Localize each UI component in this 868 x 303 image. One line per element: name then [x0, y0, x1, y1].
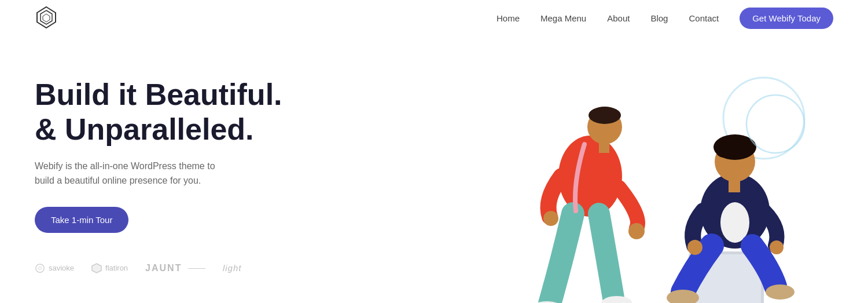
flatiron-label: flatiron [105, 264, 128, 272]
svg-point-21 [740, 144, 753, 156]
nav-cta-button[interactable]: Get Webify Today [740, 8, 833, 29]
svg-point-20 [716, 146, 730, 158]
svg-point-11 [543, 211, 558, 226]
svg-marker-2 [43, 14, 50, 22]
logo[interactable] [35, 6, 58, 31]
nav-item-blog[interactable]: Blog [650, 13, 668, 23]
nav-item-about[interactable]: About [607, 13, 630, 23]
hero-text-block: Build it Beautiful. & Unparalleled. Webi… [35, 60, 336, 273]
jaunt-logo: JAUNT [145, 263, 205, 273]
svg-point-3 [36, 264, 44, 272]
hero-subtitle: Webify is the all-in-one WordPress theme… [35, 159, 231, 188]
svg-point-8 [589, 107, 621, 124]
svg-point-10 [628, 223, 645, 239]
svg-rect-22 [729, 180, 740, 192]
svg-point-24 [766, 284, 795, 300]
nav-links: Home Mega Menu About Blog Contact Get We… [496, 13, 833, 24]
light-logo: light [223, 263, 242, 273]
logo-strip: savioke flatiron JAUNT light [35, 263, 336, 273]
hero-tour-button[interactable]: Take 1-min Tour [35, 207, 128, 233]
nav-item-mega-menu[interactable]: Mega Menu [540, 13, 586, 23]
svg-rect-9 [599, 141, 609, 153]
svg-point-26 [770, 240, 784, 254]
savioke-label: savioke [49, 264, 74, 272]
nav-item-contact[interactable]: Contact [689, 13, 719, 23]
svg-point-27 [746, 95, 804, 153]
hero-title: Build it Beautiful. & Unparalleled. [35, 78, 336, 147]
savioke-logo: savioke [35, 263, 74, 273]
hero-illustration [336, 60, 833, 303]
flatiron-logo: flatiron [91, 263, 128, 273]
navbar: Home Mega Menu About Blog Contact Get We… [0, 0, 868, 37]
svg-marker-4 [92, 264, 101, 273]
nav-item-home[interactable]: Home [496, 13, 520, 23]
svg-point-25 [687, 240, 703, 255]
hero-section: Build it Beautiful. & Unparalleled. Webi… [0, 37, 868, 303]
